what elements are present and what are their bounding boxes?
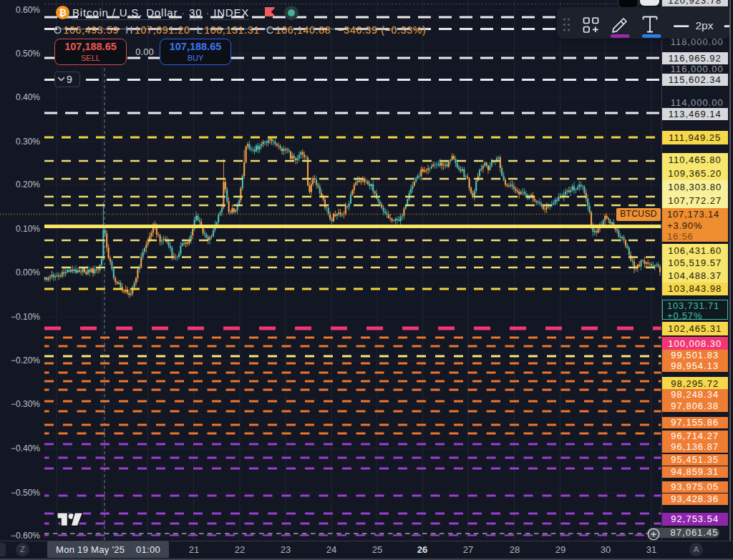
svg-text:2px: 2px xyxy=(696,19,714,31)
